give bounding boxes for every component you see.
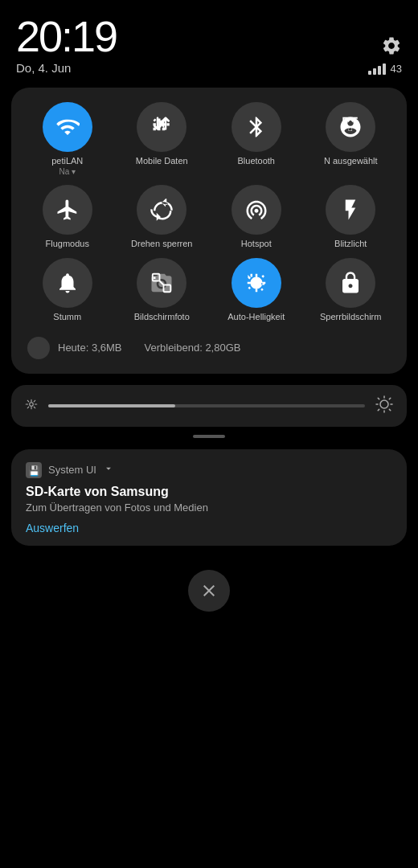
drag-handle xyxy=(193,435,225,438)
qs-auto-brightness[interactable]: A Auto-Helligkeit xyxy=(211,258,301,322)
qs-rotate-lock[interactable]: Drehen sperren xyxy=(117,185,207,249)
notification-action-eject[interactable]: Auswerfen xyxy=(26,522,392,534)
rotate-lock-label: Drehen sperren xyxy=(131,239,192,249)
qs-silent[interactable]: Stumm xyxy=(23,258,113,322)
silent-button[interactable] xyxy=(43,258,92,308)
brightness-fill xyxy=(48,404,175,407)
notification-header: 💾 System UI xyxy=(26,462,392,478)
status-bar: 20:19 Do, 4. Jun 43 xyxy=(0,0,418,80)
brightness-slider[interactable] xyxy=(48,404,365,407)
nas-label: N ausgewählt xyxy=(324,156,378,166)
qs-lock-screen[interactable]: Sperrbildschirm xyxy=(306,258,396,322)
battery-level: 43 xyxy=(391,63,402,75)
data-today: Heute: 3,6MB xyxy=(58,342,122,354)
data-usage-row: Heute: 3,6MB Verbleibend: 2,80GB xyxy=(23,334,395,362)
screenshot-button[interactable] xyxy=(137,258,186,308)
svg-text:💾: 💾 xyxy=(28,465,40,477)
wifi-label: petiLANNa ▾ xyxy=(51,156,83,177)
data-dot-icon xyxy=(27,337,50,359)
qs-nas[interactable]: ⌂ N ausgewählt xyxy=(306,102,396,177)
qs-screenshot[interactable]: Bildschirmfoto xyxy=(117,258,207,322)
svg-text:A: A xyxy=(254,279,259,286)
notification-chevron-icon[interactable] xyxy=(103,463,114,477)
brightness-high-icon xyxy=(375,395,394,417)
notification-card: 💾 System UI SD-Karte von Samsung Zum Übe… xyxy=(11,449,407,546)
settings-icon[interactable] xyxy=(381,35,402,59)
notification-title: SD-Karte von Samsung xyxy=(26,485,392,499)
wifi-button[interactable] xyxy=(43,102,92,152)
mobile-data-button[interactable] xyxy=(137,102,186,152)
qs-bluetooth[interactable]: Bluetooth xyxy=(211,102,301,177)
airplane-label: Flugmodus xyxy=(46,239,89,249)
brightness-control[interactable] xyxy=(11,385,407,427)
qs-mobile-data[interactable]: Mobile Daten xyxy=(117,102,207,177)
qs-airplane[interactable]: Flugmodus xyxy=(23,185,113,249)
screenshot-label: Bildschirmfoto xyxy=(134,312,190,322)
auto-brightness-button[interactable]: A xyxy=(232,258,281,308)
svg-text:⌂: ⌂ xyxy=(348,124,353,133)
notification-app-name: System UI xyxy=(48,464,96,476)
qs-flashlight[interactable]: Blitzlicht xyxy=(306,185,396,249)
signal-icon xyxy=(368,63,386,75)
bluetooth-label: Bluetooth xyxy=(238,156,275,166)
flashlight-button[interactable] xyxy=(326,185,375,235)
close-button[interactable] xyxy=(188,570,230,612)
mobile-data-label: Mobile Daten xyxy=(136,156,188,166)
hotspot-button[interactable] xyxy=(232,185,281,235)
bluetooth-button[interactable] xyxy=(232,102,281,152)
lock-screen-label: Sperrbildschirm xyxy=(320,312,381,322)
auto-brightness-label: Auto-Helligkeit xyxy=(227,312,285,322)
notification-app-icon: 💾 xyxy=(26,462,42,478)
date: Do, 4. Jun xyxy=(16,61,117,75)
quick-settings-grid: petiLANNa ▾ Mobile Daten Bluetooth ⌂ N a… xyxy=(23,102,395,322)
lock-screen-button[interactable] xyxy=(326,258,375,308)
hotspot-label: Hotspot xyxy=(241,239,272,249)
notification-body: Zum Übertragen von Fotos und Medien xyxy=(26,502,392,514)
quick-settings-panel: petiLANNa ▾ Mobile Daten Bluetooth ⌂ N a… xyxy=(11,88,407,374)
nas-button[interactable]: ⌂ xyxy=(326,102,375,152)
brightness-low-icon xyxy=(24,397,39,415)
data-remaining: Verbleibend: 2,80GB xyxy=(145,342,241,354)
qs-hotspot[interactable]: Hotspot xyxy=(211,185,301,249)
qs-wifi[interactable]: petiLANNa ▾ xyxy=(23,102,113,177)
silent-label: Stumm xyxy=(53,312,81,322)
rotate-lock-button[interactable] xyxy=(137,185,186,235)
clock: 20:19 xyxy=(16,14,117,58)
airplane-button[interactable] xyxy=(43,185,92,235)
flashlight-label: Blitzlicht xyxy=(334,239,367,249)
status-icons: 43 xyxy=(368,63,402,75)
